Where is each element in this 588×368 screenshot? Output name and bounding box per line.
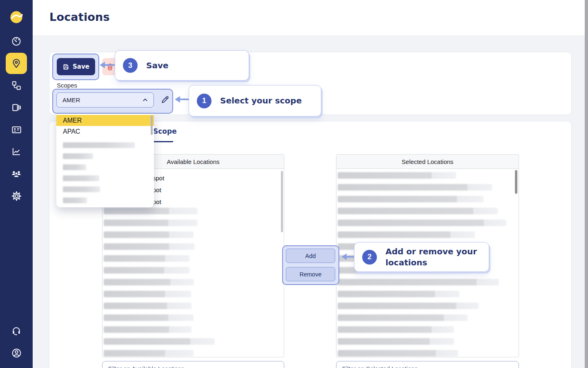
available-location-item[interactable] bbox=[104, 255, 189, 262]
filter-selected-input[interactable] bbox=[336, 361, 519, 368]
save-button-label: Save bbox=[73, 63, 89, 70]
logo-icon bbox=[10, 11, 23, 24]
callout-1-text: Select your scope bbox=[220, 95, 302, 106]
selected-locations-header: Selected Locations bbox=[336, 155, 519, 169]
available-location-item[interactable] bbox=[104, 314, 194, 321]
pencil-icon bbox=[160, 95, 170, 104]
available-location-item[interactable] bbox=[104, 350, 194, 357]
filter-available-input[interactable] bbox=[102, 361, 284, 368]
selected-location-item[interactable] bbox=[338, 326, 454, 333]
scope-option-redacted[interactable] bbox=[63, 197, 87, 203]
scope-option-redacted[interactable] bbox=[63, 164, 86, 170]
location-pin-icon bbox=[11, 58, 22, 69]
callout-2-text: Add or remove your locations bbox=[385, 246, 479, 268]
sidebar-item-dashboard[interactable] bbox=[0, 30, 33, 52]
scope-option-redacted[interactable] bbox=[63, 175, 99, 181]
tab-active-underline bbox=[153, 141, 173, 142]
available-location-item[interactable] bbox=[104, 303, 192, 309]
page-title: Locations bbox=[49, 11, 110, 23]
scope-select[interactable]: AMER bbox=[56, 92, 154, 108]
callout-1-number: 1 bbox=[197, 94, 212, 108]
add-button[interactable]: Add bbox=[286, 249, 335, 263]
scope-select-value: AMER bbox=[62, 96, 142, 103]
trash-icon bbox=[106, 63, 114, 71]
scope-option-redacted[interactable] bbox=[63, 142, 135, 148]
line-chart-icon bbox=[11, 146, 22, 157]
sidebar-item-locations[interactable] bbox=[0, 52, 33, 74]
available-location-item[interactable] bbox=[104, 279, 194, 285]
callout-save: 3 Save bbox=[115, 50, 249, 81]
callout-select-scope: 1 Select your scope bbox=[189, 85, 321, 117]
available-location-item[interactable] bbox=[104, 267, 189, 274]
org-chart-icon bbox=[11, 80, 22, 91]
selected-location-item[interactable] bbox=[338, 303, 479, 309]
chevron-up-icon bbox=[142, 96, 149, 103]
selected-location-item[interactable] bbox=[338, 291, 459, 297]
scope-option-redacted[interactable] bbox=[63, 153, 93, 159]
dashboard-gauge-icon bbox=[11, 36, 22, 47]
user-group-icon bbox=[11, 168, 22, 180]
scope-option-amer[interactable]: AMER bbox=[56, 115, 154, 126]
scope-option-apac[interactable]: APAC bbox=[56, 126, 154, 137]
available-location-item[interactable] bbox=[104, 231, 194, 238]
app-logo[interactable] bbox=[10, 11, 23, 24]
sidebar-item-settings[interactable] bbox=[0, 185, 33, 207]
tab-scope[interactable]: Scope bbox=[153, 127, 177, 135]
available-location-item[interactable] bbox=[104, 326, 192, 333]
selected-location-item[interactable] bbox=[338, 208, 498, 214]
available-location-item[interactable] bbox=[104, 243, 194, 250]
remove-button[interactable]: Remove bbox=[286, 267, 335, 281]
selected-location-item[interactable] bbox=[338, 279, 499, 285]
selected-location-item[interactable] bbox=[338, 196, 483, 202]
selected-location-item[interactable] bbox=[338, 350, 458, 357]
selected-location-item[interactable] bbox=[338, 231, 475, 238]
dropdown-scrollbar[interactable] bbox=[151, 115, 153, 135]
settings-gear-icon bbox=[11, 191, 22, 202]
save-button[interactable]: Save bbox=[57, 58, 95, 75]
sidebar-item-org-chart[interactable] bbox=[0, 74, 33, 96]
available-location-item[interactable] bbox=[104, 338, 215, 345]
scope-option-redacted[interactable] bbox=[63, 186, 100, 192]
sidebar-item-account[interactable] bbox=[0, 342, 33, 364]
scope-dropdown: AMER APAC bbox=[56, 114, 154, 207]
selected-location-item[interactable] bbox=[338, 220, 506, 226]
page-header: Locations bbox=[33, 0, 588, 36]
selected-location-item[interactable] bbox=[338, 338, 454, 345]
scope-options-redacted bbox=[56, 142, 154, 203]
page-scrollbar[interactable] bbox=[585, 0, 588, 368]
callout-3-number: 3 bbox=[123, 58, 138, 73]
scopes-label: Scopes bbox=[57, 82, 77, 89]
app-window: Locations Save Scopes AMER bbox=[0, 0, 588, 368]
selected-location-item[interactable] bbox=[338, 172, 456, 179]
available-location-item[interactable] bbox=[104, 220, 198, 226]
callout-2-number: 2 bbox=[362, 250, 377, 265]
callout-add-remove: 2 Add or remove your locations bbox=[354, 242, 489, 272]
kanban-cards-icon bbox=[11, 102, 22, 113]
edit-scope-button[interactable] bbox=[159, 94, 171, 106]
available-list-scrollbar[interactable] bbox=[281, 171, 283, 232]
account-icon bbox=[11, 348, 22, 359]
selected-location-item[interactable] bbox=[338, 184, 492, 191]
sidebar-item-contacts[interactable] bbox=[0, 119, 33, 141]
id-card-icon bbox=[11, 124, 22, 135]
callout-3-text: Save bbox=[146, 60, 169, 71]
available-location-item[interactable] bbox=[104, 291, 191, 297]
selected-location-item[interactable] bbox=[338, 314, 468, 321]
sidebar bbox=[0, 0, 33, 368]
selected-list-scrollbar[interactable] bbox=[515, 170, 517, 194]
sidebar-item-analytics[interactable] bbox=[0, 141, 33, 163]
support-headset-icon bbox=[11, 325, 22, 336]
sidebar-item-support[interactable] bbox=[0, 320, 33, 342]
sidebar-item-users[interactable] bbox=[0, 163, 33, 185]
sidebar-item-cards[interactable] bbox=[0, 96, 33, 119]
save-floppy-icon bbox=[62, 63, 69, 70]
available-location-item[interactable] bbox=[104, 208, 198, 214]
